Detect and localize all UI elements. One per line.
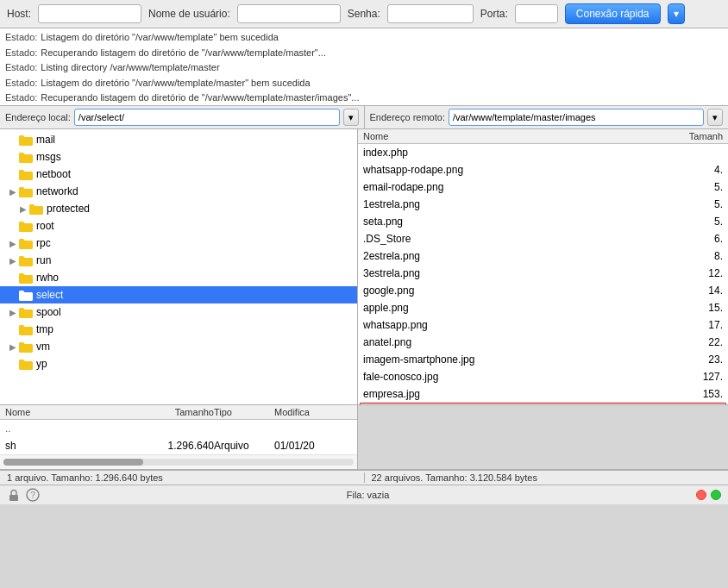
tree-item-msgs[interactable]: msgs xyxy=(0,148,357,166)
expand-arrow[interactable]: ▶ xyxy=(7,256,19,266)
remote-file-size: 12. xyxy=(671,267,723,279)
remote-file-row[interactable]: anatel.png 22. xyxy=(358,334,728,351)
remote-file-row[interactable]: bg_3.jpg 178. xyxy=(360,403,726,404)
tree-item-select[interactable]: select xyxy=(0,286,357,303)
remote-spacer xyxy=(358,405,728,469)
remote-status: 22 arquivos. Tamanho: 3.120.584 bytes xyxy=(365,472,722,483)
status-line: Estado:Recuperando listagem do diretório… xyxy=(5,46,723,61)
remote-col-size-header[interactable]: Tamanh xyxy=(671,131,723,141)
tree-item-label: rpc xyxy=(36,237,51,249)
green-light xyxy=(711,490,721,500)
tree-item-label: tmp xyxy=(36,323,53,335)
tree-item-protected[interactable]: ▶protected xyxy=(0,200,357,217)
remote-file-row[interactable]: imagem-smartphone.jpg 23. xyxy=(358,351,728,368)
remote-file-row[interactable]: empresa.jpg 153. xyxy=(358,385,728,403)
host-input[interactable] xyxy=(38,4,141,23)
help-icon[interactable]: ? xyxy=(26,488,40,502)
expand-arrow[interactable]: ▶ xyxy=(7,342,19,352)
remote-file-size: 153. xyxy=(671,388,723,400)
local-files-panel: Nome Tamanho Tipo Modifica .. sh 1.296.6… xyxy=(0,405,728,470)
local-scrollbar-track[interactable] xyxy=(0,454,357,469)
folder-icon xyxy=(19,186,33,197)
remote-file-row[interactable]: whatsapp.png 17. xyxy=(358,316,728,334)
folder-icon xyxy=(19,221,33,232)
tree-item-label: rwho xyxy=(36,272,59,284)
traffic-lights xyxy=(696,490,721,500)
svg-text:?: ? xyxy=(30,491,35,500)
bottom-status-bar: 1 arquivo. Tamanho: 1.296.640 bytes 22 a… xyxy=(0,470,728,485)
tree-item-label: vm xyxy=(36,341,50,353)
remote-file-size: 127. xyxy=(671,371,723,383)
folder-icon xyxy=(19,359,33,370)
local-path-input[interactable] xyxy=(74,109,340,126)
remote-file-row[interactable]: 1estrela.png 5. xyxy=(358,196,728,213)
tree-item-vm[interactable]: ▶vm xyxy=(0,338,357,355)
remote-file-size: 17. xyxy=(671,319,723,331)
tree-item-root[interactable]: root xyxy=(0,217,357,235)
queue-status: Fila: vazia xyxy=(347,490,390,500)
remote-file-row[interactable]: apple.png 15. xyxy=(358,299,728,316)
port-label: Porta: xyxy=(480,8,508,20)
local-file-tree[interactable]: mailmsgsnetboot▶networkd▶protectedroot▶r… xyxy=(0,129,357,404)
remote-file-row[interactable]: whatsapp-rodape.png 4. xyxy=(358,161,728,178)
tree-item-rwho[interactable]: rwho xyxy=(0,269,357,286)
remote-column-headers: Nome Tamanh xyxy=(358,129,728,144)
expand-arrow[interactable]: ▶ xyxy=(7,308,19,317)
remote-col-name-header[interactable]: Nome xyxy=(363,131,671,141)
remote-file-row[interactable]: 2estrela.png 8. xyxy=(358,247,728,265)
local-col-headers: Nome Tamanho Tipo Modifica xyxy=(0,405,357,420)
connect-dropdown-button[interactable]: ▾ xyxy=(668,3,685,24)
expand-arrow[interactable]: ▶ xyxy=(17,204,29,214)
remote-path-section: Endereço remoto: ▾ xyxy=(365,106,729,128)
tree-item-networkd[interactable]: ▶networkd xyxy=(0,183,357,200)
status-label: Estado: xyxy=(5,30,37,46)
remote-file-size: 5. xyxy=(671,198,723,210)
remote-file-row[interactable]: .DS_Store 6. xyxy=(358,230,728,247)
tree-item-label: run xyxy=(36,254,51,266)
remote-file-size: 4. xyxy=(671,164,723,176)
folder-icon xyxy=(19,255,33,266)
remote-file-row[interactable]: seta.png 5. xyxy=(358,213,728,230)
remote-file-row[interactable]: google.png 14. xyxy=(358,282,728,299)
expand-arrow[interactable]: ▶ xyxy=(7,239,19,248)
remote-file-name: seta.png xyxy=(363,216,671,228)
remote-file-row[interactable]: email-rodape.png 5. xyxy=(358,178,728,196)
tree-item-yp[interactable]: yp xyxy=(0,355,357,372)
remote-file-list[interactable]: index.php whatsapp-rodape.png 4. email-r… xyxy=(358,144,728,404)
local-path-dropdown[interactable]: ▾ xyxy=(343,109,359,126)
expand-arrow[interactable]: ▶ xyxy=(7,187,19,197)
local-file-row[interactable]: sh 1.296.640 Arquivo 01/01/20 xyxy=(0,437,357,454)
port-input[interactable] xyxy=(515,4,558,23)
bottom-icons: ? xyxy=(7,488,40,502)
remote-file-name: empresa.jpg xyxy=(363,388,671,400)
remote-file-size: 8. xyxy=(671,250,723,262)
remote-file-row[interactable]: fale-conosco.jpg 127. xyxy=(358,368,728,385)
local-col-name[interactable]: Nome xyxy=(5,407,136,417)
local-col-size[interactable]: Tamanho xyxy=(136,407,214,417)
status-label: Estado: xyxy=(5,76,37,91)
local-col-type[interactable]: Tipo xyxy=(214,407,274,417)
remote-file-row[interactable]: index.php xyxy=(358,144,728,161)
file-name: .. xyxy=(5,422,136,435)
tree-item-mail[interactable]: mail xyxy=(0,131,357,148)
local-col-modified[interactable]: Modifica xyxy=(274,407,352,417)
bottom-bar: ? Fila: vazia xyxy=(0,485,728,504)
local-file-list[interactable]: .. sh 1.296.640 Arquivo 01/01/20 xyxy=(0,420,357,454)
remote-file-size: 15. xyxy=(671,302,723,314)
tree-item-tmp[interactable]: tmp xyxy=(0,321,357,338)
local-file-row[interactable]: .. xyxy=(0,420,357,437)
pass-input[interactable] xyxy=(387,4,474,23)
tree-item-label: networkd xyxy=(36,185,78,197)
remote-path-dropdown[interactable]: ▾ xyxy=(707,109,723,126)
remote-file-size: 22. xyxy=(671,336,723,348)
tree-item-spool[interactable]: ▶spool xyxy=(0,303,357,321)
tree-item-netboot[interactable]: netboot xyxy=(0,166,357,183)
remote-path-input[interactable] xyxy=(449,109,704,126)
connect-button[interactable]: Conexão rápida xyxy=(565,3,661,24)
tree-item-run[interactable]: ▶run xyxy=(0,252,357,269)
user-input[interactable] xyxy=(237,4,341,23)
remote-file-row[interactable]: 3estrela.png 12. xyxy=(358,265,728,282)
host-label: Host: xyxy=(7,8,31,20)
remote-file-size: 6. xyxy=(671,233,723,245)
tree-item-rpc[interactable]: ▶rpc xyxy=(0,235,357,252)
